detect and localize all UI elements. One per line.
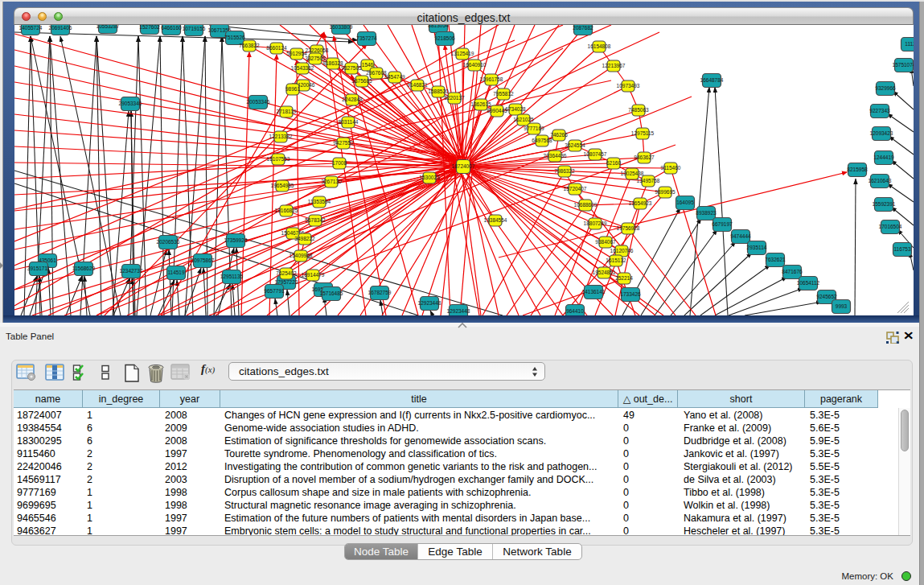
svg-text:2967608: 2967608 <box>366 70 387 76</box>
svg-text:1588520: 1588520 <box>428 89 449 94</box>
svg-text:9329966: 9329966 <box>875 85 896 91</box>
svg-text:9777169: 9777169 <box>524 126 544 131</box>
svg-text:10807457: 10807457 <box>584 151 607 157</box>
svg-text:12213967: 12213967 <box>602 63 626 68</box>
svg-text:62160: 62160 <box>606 160 621 166</box>
svg-text:8220137: 8220137 <box>444 95 465 101</box>
svg-text:17016504: 17016504 <box>879 224 902 229</box>
svg-text:7632621: 7632621 <box>765 257 786 262</box>
svg-text:18724007: 18724007 <box>452 163 475 169</box>
svg-text:17008: 17008 <box>332 160 347 166</box>
svg-text:20364436: 20364436 <box>544 153 567 159</box>
svg-text:10553287: 10553287 <box>97 25 120 29</box>
svg-text:13495758: 13495758 <box>637 178 660 183</box>
svg-text:15720407: 15720407 <box>564 186 587 192</box>
svg-text:16154808: 16154808 <box>588 43 611 49</box>
svg-text:14055724: 14055724 <box>19 25 43 31</box>
svg-text:746266: 746266 <box>550 132 568 138</box>
svg-text:10543362: 10543362 <box>291 65 314 71</box>
svg-text:16107553: 16107553 <box>267 156 290 162</box>
svg-text:29053346: 29053346 <box>119 101 142 106</box>
svg-text:6679197: 6679197 <box>712 221 733 227</box>
svg-text:9993: 9993 <box>836 303 848 309</box>
svg-text:10025438: 10025438 <box>621 171 644 176</box>
svg-text:12342737: 12342737 <box>120 268 143 274</box>
svg-text:16033809: 16033809 <box>330 25 353 30</box>
svg-text:964410: 964410 <box>566 308 584 314</box>
svg-text:9463627: 9463627 <box>634 154 655 160</box>
svg-text:5678342: 5678342 <box>305 217 326 223</box>
svg-text:2718119: 2718119 <box>277 109 297 114</box>
svg-text:15716485: 15716485 <box>320 290 343 296</box>
svg-text:1527602: 1527602 <box>139 25 160 30</box>
svg-text:12093423: 12093423 <box>870 130 893 136</box>
svg-text:9115460: 9115460 <box>661 165 681 171</box>
svg-text:19166825: 19166825 <box>275 208 298 213</box>
svg-text:16210643: 16210643 <box>869 178 892 183</box>
svg-text:10654112: 10654112 <box>797 280 820 286</box>
svg-text:16120746: 16120746 <box>610 248 634 253</box>
svg-text:1244419: 1244419 <box>873 154 894 160</box>
svg-text:16782759: 16782759 <box>368 290 392 295</box>
svg-text:164095: 164095 <box>676 200 694 205</box>
svg-text:3498222: 3498222 <box>294 236 315 241</box>
svg-text:7625402: 7625402 <box>276 270 297 276</box>
svg-text:3375685: 3375685 <box>351 78 372 84</box>
svg-text:19524851: 19524851 <box>593 270 616 275</box>
svg-text:1733426: 1733426 <box>620 291 641 297</box>
svg-text:7515526: 7515526 <box>224 35 245 40</box>
svg-text:10719155: 10719155 <box>183 26 206 31</box>
svg-text:19654985: 19654985 <box>271 183 294 188</box>
svg-text:9384067: 9384067 <box>595 239 616 245</box>
svg-text:2935114: 2935114 <box>747 245 767 250</box>
svg-text:16648784: 16648784 <box>700 77 724 83</box>
svg-text:10973493: 10973493 <box>617 83 640 89</box>
svg-text:8454749: 8454749 <box>384 74 405 80</box>
svg-text:16914479: 16914479 <box>302 272 325 278</box>
svg-text:20053346: 20053346 <box>247 99 270 105</box>
svg-text:1615132: 1615132 <box>606 257 626 263</box>
svg-text:15751074: 15751074 <box>893 62 914 68</box>
svg-text:9227343: 9227343 <box>869 108 890 113</box>
svg-text:9899695: 9899695 <box>655 189 676 195</box>
svg-text:10975867: 10975867 <box>191 257 215 263</box>
svg-text:13125419: 13125419 <box>451 51 474 56</box>
svg-text:12923448: 12923448 <box>418 300 441 306</box>
svg-text:19756928: 19756928 <box>617 225 640 231</box>
svg-text:114519: 114519 <box>167 270 185 275</box>
svg-text:10688609: 10688609 <box>574 202 598 208</box>
svg-text:20691406: 20691406 <box>49 25 72 31</box>
svg-text:3624554: 3624554 <box>565 142 585 148</box>
svg-text:9327505: 9327505 <box>341 65 362 71</box>
svg-text:98961: 98961 <box>285 86 300 92</box>
svg-text:7357274: 7357274 <box>356 35 377 41</box>
svg-text:6497568: 6497568 <box>532 138 552 143</box>
svg-text:12923448: 12923448 <box>447 308 470 314</box>
svg-text:6466160: 6466160 <box>161 25 182 31</box>
svg-text:9657791: 9657791 <box>264 288 285 294</box>
svg-text:11568629: 11568629 <box>72 266 96 271</box>
svg-text:12213382: 12213382 <box>269 134 293 139</box>
svg-text:7663822: 7663822 <box>239 43 260 48</box>
svg-text:8813054: 8813054 <box>428 25 449 28</box>
svg-text:20206536: 20206536 <box>157 239 180 245</box>
svg-text:7485063: 7485063 <box>628 107 649 113</box>
svg-text:11353594: 11353594 <box>308 199 331 204</box>
svg-text:13654923: 13654923 <box>629 200 652 206</box>
svg-text:6734028: 6734028 <box>505 106 526 112</box>
svg-text:8938923: 8938923 <box>696 210 717 216</box>
svg-text:8471676: 8471676 <box>782 269 803 274</box>
svg-text:16640910: 16640910 <box>463 62 487 68</box>
svg-text:15409948: 15409948 <box>290 253 313 258</box>
svg-text:18807249: 18807249 <box>584 220 607 226</box>
svg-text:5912954: 5912954 <box>286 51 307 56</box>
svg-text:9146821: 9146821 <box>407 82 428 88</box>
svg-text:10961758: 10961758 <box>480 76 503 82</box>
svg-text:23226058: 23226058 <box>306 47 329 53</box>
svg-text:1362615: 1362615 <box>470 101 491 107</box>
svg-text:1112: 1112 <box>905 41 914 47</box>
svg-text:8660124: 8660124 <box>266 45 287 51</box>
svg-text:252214: 252214 <box>615 275 633 281</box>
svg-text:7986322: 7986322 <box>554 168 575 174</box>
svg-text:12951135: 12951135 <box>220 274 244 279</box>
